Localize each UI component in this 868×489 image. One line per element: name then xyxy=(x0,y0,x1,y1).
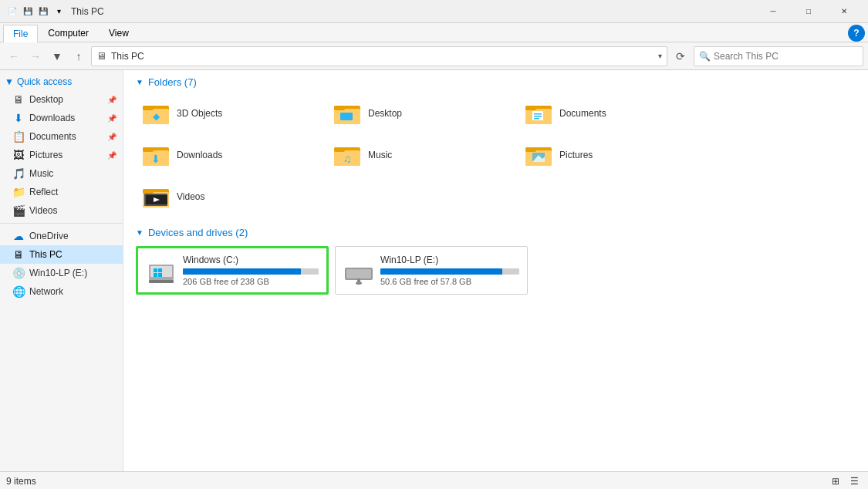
folder-item-desktop[interactable]: Desktop xyxy=(327,96,512,131)
sidebar-item-thispc[interactable]: 🖥 This PC xyxy=(0,245,123,264)
sidebar-item-pictures[interactable]: 🖼 Pictures 📌 xyxy=(0,146,123,164)
folder-icon-downloads: ⬇ xyxy=(143,143,171,167)
sidebar-label-videos: Videos xyxy=(29,205,57,216)
ribbon-tabs: File Computer View ? xyxy=(0,23,868,42)
thispc-icon: 🖥 xyxy=(12,248,25,261)
sidebar-label-downloads: Downloads xyxy=(29,113,75,123)
folder-label-downloads: Downloads xyxy=(177,150,222,160)
address-chevron[interactable]: ▾ xyxy=(658,52,662,60)
main-layout: ▼ Quick access 🖥 Desktop 📌 ⬇ Downloads 📌… xyxy=(0,70,868,471)
back-button[interactable]: ← xyxy=(5,47,23,66)
tab-view[interactable]: View xyxy=(99,24,139,42)
drive-icon-windows-c xyxy=(146,257,177,285)
grid-view-button[interactable]: ⊞ xyxy=(828,474,843,489)
svg-text:⬇: ⬇ xyxy=(151,153,160,165)
folder-icon-music: ♫ xyxy=(334,143,362,167)
drives-section-header[interactable]: ▼ Devices and drives (2) xyxy=(136,227,856,238)
folder-item-videos[interactable]: Videos xyxy=(136,179,321,214)
sidebar-item-music[interactable]: 🎵 Music xyxy=(0,164,123,183)
minimize-button[interactable]: ─ xyxy=(755,0,791,23)
folder-label-videos: Videos xyxy=(177,191,204,202)
drive-e-size: 50.6 GB free of 57.8 GB xyxy=(380,277,519,286)
folder-label-music: Music xyxy=(368,150,392,160)
quick-access-section: ▼ Quick access 🖥 Desktop 📌 ⬇ Downloads 📌… xyxy=(0,73,123,220)
folder-item-documents[interactable]: Documents xyxy=(518,96,704,131)
address-text: This PC xyxy=(111,51,654,62)
close-button[interactable]: ✕ xyxy=(826,0,862,23)
pictures-icon: 🖼 xyxy=(12,149,25,161)
sidebar-label-desktop: Desktop xyxy=(29,94,63,105)
svg-rect-13 xyxy=(534,116,542,117)
sidebar-item-documents[interactable]: 📋 Documents 📌 xyxy=(0,127,123,146)
search-box[interactable]: 🔍 xyxy=(694,46,863,66)
sidebar-item-network[interactable]: 🌐 Network xyxy=(0,282,123,301)
search-icon: 🔍 xyxy=(699,51,711,62)
sidebar-item-desktop[interactable]: 🖥 Desktop 📌 xyxy=(0,90,123,109)
pin-icon-pictures: 📌 xyxy=(107,151,117,160)
folder-item-3dobjects[interactable]: ◆ 3D Objects xyxy=(136,96,321,131)
drive-item-win10lp-e[interactable]: Win10-LP (E:) 50.6 GB free of 57.8 GB xyxy=(335,246,528,295)
title-bar: 📄 💾 💾 ▾ This PC ─ □ ✕ xyxy=(0,0,868,23)
videos-icon: 🎬 xyxy=(12,204,25,217)
folder-icon-desktop xyxy=(334,101,362,126)
svg-rect-10 xyxy=(525,106,536,110)
title-bar-icons: 📄 💾 💾 ▾ xyxy=(6,5,65,18)
folders-chevron: ▼ xyxy=(136,78,144,86)
tab-computer[interactable]: Computer xyxy=(38,24,99,42)
folders-section-header[interactable]: ▼ Folders (7) xyxy=(136,76,856,88)
svg-rect-39 xyxy=(154,273,157,277)
dropdown-arrow[interactable]: ▾ xyxy=(52,5,65,18)
search-input[interactable] xyxy=(714,51,858,62)
svg-rect-25 xyxy=(525,147,536,152)
network-icon: 🌐 xyxy=(12,285,25,298)
sidebar-item-onedrive[interactable]: ☁ OneDrive xyxy=(0,227,123,245)
folder-icon-documents xyxy=(525,101,553,126)
folder-item-music[interactable]: ♫ Music xyxy=(327,137,512,173)
content-area: ▼ Folders (7) ◆ 3D Objects xyxy=(123,70,868,471)
drive-e-info: Win10-LP (E:) 50.6 GB free of 57.8 GB xyxy=(380,255,519,286)
recent-locations-button[interactable]: ▼ xyxy=(48,47,66,66)
sidebar-label-thispc: This PC xyxy=(29,249,62,260)
svg-rect-17 xyxy=(143,147,154,152)
desktop-icon: 🖥 xyxy=(12,93,25,106)
documents-icon: 📋 xyxy=(12,130,25,143)
svg-rect-37 xyxy=(154,268,157,272)
help-button[interactable]: ? xyxy=(848,25,865,42)
floppy-icon: 💾 xyxy=(22,5,34,18)
drives-section-label: Devices and drives (2) xyxy=(148,227,248,238)
floppy2-icon: 💾 xyxy=(37,5,49,18)
sidebar-item-reflect[interactable]: 📁 Reflect xyxy=(0,183,123,201)
drive-e-bar-bg xyxy=(380,268,519,275)
svg-rect-14 xyxy=(534,118,539,120)
up-button[interactable]: ↑ xyxy=(69,47,88,66)
forward-button[interactable]: → xyxy=(26,47,45,66)
folder-item-downloads[interactable]: ⬇ Downloads xyxy=(136,137,321,173)
music-icon: 🎵 xyxy=(12,167,25,180)
folder-icon-pictures xyxy=(525,143,553,167)
folder-label-3dobjects: 3D Objects xyxy=(177,108,222,119)
folder-icon-videos xyxy=(143,184,171,209)
quick-access-header[interactable]: ▼ Quick access xyxy=(0,73,123,90)
svg-rect-43 xyxy=(346,269,371,278)
folder-item-pictures[interactable]: Pictures xyxy=(518,137,704,173)
pin-icon-downloads: 📌 xyxy=(107,114,117,123)
window-title: This PC xyxy=(71,6,755,17)
quick-access-chevron: ▼ xyxy=(5,76,14,87)
address-bar[interactable]: 🖥 This PC ▾ xyxy=(91,46,667,66)
sidebar-item-videos[interactable]: 🎬 Videos xyxy=(0,201,123,220)
svg-rect-21 xyxy=(334,147,345,152)
sidebar-item-win10lp[interactable]: 💿 Win10-LP (E:) xyxy=(0,264,123,282)
drive-item-windows-c[interactable]: Windows (C:) 206 GB free of 238 GB xyxy=(136,246,329,295)
pin-icon-desktop: 📌 xyxy=(107,96,117,104)
tab-file[interactable]: File xyxy=(3,25,38,42)
quick-access-label: Quick access xyxy=(17,76,72,87)
maximize-button[interactable]: □ xyxy=(791,0,826,23)
reflect-icon: 📁 xyxy=(12,186,25,198)
drive-c-bar-bg xyxy=(183,268,319,275)
sidebar-item-downloads[interactable]: ⬇ Downloads 📌 xyxy=(0,109,123,127)
list-view-button[interactable]: ☰ xyxy=(846,474,862,489)
refresh-button[interactable]: ⟳ xyxy=(670,46,691,66)
svg-rect-38 xyxy=(158,268,162,272)
downloads-icon: ⬇ xyxy=(12,112,25,124)
ribbon: File Computer View ? xyxy=(0,23,868,42)
